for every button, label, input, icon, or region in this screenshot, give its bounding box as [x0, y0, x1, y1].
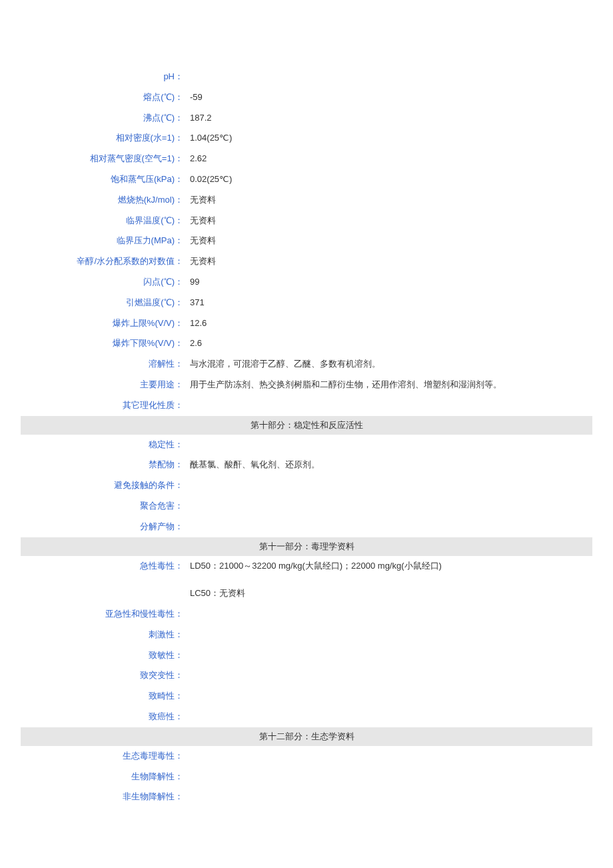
property-label: 爆炸上限%(V/V)： [21, 317, 187, 331]
property-value: 无资料 [187, 234, 592, 248]
property-row: 辛醇/水分配系数的对数值：无资料 [21, 251, 592, 272]
property-row: 禁配物：酰基氯、酸酐、氧化剂、还原剂。 [21, 455, 592, 475]
property-row: 临界温度(℃)：无资料 [21, 211, 592, 231]
property-row: 聚合危害： [21, 496, 592, 517]
property-row: 相对蒸气密度(空气=1)：2.62 [21, 149, 592, 169]
property-label: 燃烧热(kJ/mol)： [21, 193, 187, 207]
property-label: 生物降解性： [21, 770, 187, 784]
property-row: 非生物降解性： [21, 787, 592, 807]
property-label: 相对密度(水=1)： [21, 131, 187, 145]
property-label: 辛醇/水分配系数的对数值： [21, 255, 187, 269]
property-row: 主要用途：用于生产防冻剂、热交换剂树脂和二醇衍生物，还用作溶剂、增塑剂和湿润剂等… [21, 375, 592, 395]
property-row: 致畸性： [21, 686, 592, 707]
property-value: 2.6 [187, 337, 592, 351]
property-row: 临界压力(MPa)：无资料 [21, 231, 592, 251]
property-row: pH： [21, 67, 592, 87]
property-value: LD50：21000～32200 mg/kg(大鼠经口)；22000 mg/kg… [187, 559, 592, 601]
property-label: 临界压力(MPa)： [21, 234, 187, 248]
property-label: 溶解性： [21, 357, 187, 371]
property-row: 致敏性： [21, 645, 592, 666]
property-row: 爆炸上限%(V/V)：12.6 [21, 313, 592, 334]
property-label: pH： [21, 70, 187, 84]
property-value: 用于生产防冻剂、热交换剂树脂和二醇衍生物，还用作溶剂、增塑剂和湿润剂等。 [187, 378, 592, 392]
property-value: 12.6 [187, 317, 592, 331]
property-row: 致突变性： [21, 665, 592, 686]
property-row: 避免接触的条件： [21, 475, 592, 496]
property-row: 溶解性：与水混溶，可混溶于乙醇、乙醚、多数有机溶剂。 [21, 354, 592, 375]
property-row: 生态毒理毒性： [21, 746, 592, 767]
property-row: 燃烧热(kJ/mol)：无资料 [21, 190, 592, 211]
property-row: 亚急性和慢性毒性： [21, 604, 592, 625]
property-label: 引燃温度(℃)： [21, 296, 187, 310]
property-value: 1.04(25℃) [187, 131, 592, 145]
property-row: 分解产物： [21, 517, 592, 537]
property-label: 临界温度(℃)： [21, 214, 187, 228]
property-value: 187.2 [187, 111, 592, 125]
property-value: 无资料 [187, 193, 592, 207]
property-label: 致畸性： [21, 689, 187, 703]
property-value: 99 [187, 275, 592, 289]
property-label: 熔点(℃)： [21, 91, 187, 105]
property-row: 引燃温度(℃)：371 [21, 293, 592, 313]
property-label: 禁配物： [21, 458, 187, 472]
property-value: 0.02(25℃) [187, 173, 592, 187]
section-10-stability: 稳定性： 禁配物：酰基氯、酸酐、氧化剂、还原剂。 避免接触的条件： 聚合危害： … [21, 435, 592, 537]
property-row: 其它理化性质： [21, 395, 592, 416]
section-9-properties: pH： 熔点(℃)：-59 沸点(℃)：187.2 相对密度(水=1)：1.04… [21, 67, 592, 416]
property-label: 爆炸下限%(V/V)： [21, 337, 187, 351]
property-row: 闪点(℃)：99 [21, 272, 592, 293]
property-value: 酰基氯、酸酐、氧化剂、还原剂。 [187, 458, 592, 472]
property-row: 熔点(℃)：-59 [21, 87, 592, 108]
property-label: 急性毒性： [21, 559, 187, 573]
section-11-toxicology: 急性毒性：LD50：21000～32200 mg/kg(大鼠经口)；22000 … [21, 556, 592, 727]
property-value: -59 [187, 91, 592, 105]
section-11-header: 第十一部分：毒理学资料 [21, 537, 592, 556]
section-10-header: 第十部分：稳定性和反应活性 [21, 416, 592, 435]
property-label: 相对蒸气密度(空气=1)： [21, 152, 187, 166]
property-label: 分解产物： [21, 520, 187, 534]
property-label: 致突变性： [21, 669, 187, 683]
property-label: 稳定性： [21, 438, 187, 452]
property-label: 致敏性： [21, 649, 187, 663]
property-value: 与水混溶，可混溶于乙醇、乙醚、多数有机溶剂。 [187, 357, 592, 371]
property-label: 避免接触的条件： [21, 479, 187, 493]
property-row: 稳定性： [21, 435, 592, 455]
property-row: 刺激性： [21, 625, 592, 645]
property-row: 急性毒性：LD50：21000～32200 mg/kg(大鼠经口)；22000 … [21, 556, 592, 604]
property-row: 致癌性： [21, 707, 592, 727]
property-row: 沸点(℃)：187.2 [21, 108, 592, 129]
property-label: 非生物降解性： [21, 790, 187, 804]
property-label: 其它理化性质： [21, 399, 187, 413]
property-row: 生物降解性： [21, 767, 592, 787]
property-label: 致癌性： [21, 710, 187, 724]
property-label: 刺激性： [21, 628, 187, 642]
property-label: 聚合危害： [21, 499, 187, 513]
property-row: 爆炸下限%(V/V)：2.6 [21, 333, 592, 354]
property-value: 371 [187, 296, 592, 310]
property-label: 饱和蒸气压(kPa)： [21, 173, 187, 187]
property-row: 饱和蒸气压(kPa)：0.02(25℃) [21, 169, 592, 190]
section-12-header: 第十二部分：生态学资料 [21, 727, 592, 746]
property-label: 闪点(℃)： [21, 275, 187, 289]
property-row: 相对密度(水=1)：1.04(25℃) [21, 128, 592, 149]
section-12-ecology: 生态毒理毒性： 生物降解性： 非生物降解性： [21, 746, 592, 807]
property-value: 无资料 [187, 214, 592, 228]
property-label: 主要用途： [21, 378, 187, 392]
property-value: 2.62 [187, 152, 592, 166]
property-label: 亚急性和慢性毒性： [21, 607, 187, 621]
property-label: 生态毒理毒性： [21, 749, 187, 763]
property-label: 沸点(℃)： [21, 111, 187, 125]
property-value: 无资料 [187, 255, 592, 269]
